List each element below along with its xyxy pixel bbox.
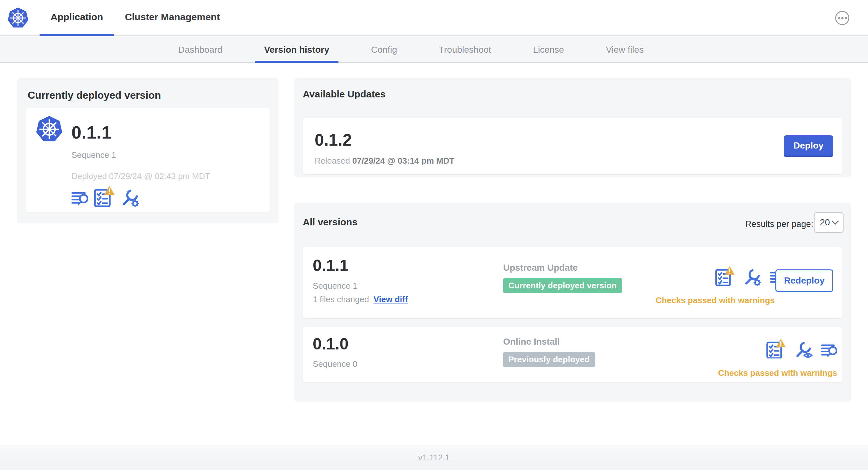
all-versions-panel: All versions Results per page: 20 0.1.1 … [294, 203, 851, 402]
deployed-version-number: 0.1.1 [71, 122, 112, 143]
view-config-icon[interactable] [795, 340, 813, 359]
update-card: 0.1.2 Released 07/29/24 @ 03:14 pm MDT D… [303, 118, 842, 174]
version-row-0-1-0: 0.1.0 Sequence 0 Online Install Previous… [303, 327, 842, 382]
edit-config-icon[interactable] [121, 188, 140, 207]
available-updates-panel: Available Updates 0.1.2 Released 07/29/2… [294, 78, 851, 177]
row-source: Online Install [503, 337, 560, 347]
row-sequence: Sequence 1 [313, 281, 358, 291]
app-subnav: Dashboard Version history Config Trouble… [0, 37, 868, 63]
available-updates-title: Available Updates [303, 89, 385, 100]
view-diff-link[interactable]: View diff [374, 295, 408, 304]
view-logs-icon[interactable] [821, 342, 837, 359]
update-version-number: 0.1.2 [315, 130, 352, 149]
chevron-down-icon [831, 217, 839, 225]
results-per-page-select[interactable]: 20 [814, 212, 843, 233]
redeploy-button[interactable]: Redeploy [775, 269, 833, 292]
tab-cluster-management[interactable]: Cluster Management [114, 0, 231, 36]
version-row-0-1-1: 0.1.1 Sequence 1 1 files changedView dif… [303, 247, 842, 318]
edit-config-icon[interactable] [743, 268, 762, 286]
console-version: v1.112.1 [418, 452, 450, 463]
tab-view-files[interactable]: View files [596, 37, 653, 63]
currently-deployed-badge: Currently deployed version [503, 278, 622, 293]
tab-version-history[interactable]: Version history [255, 37, 338, 63]
ellipsis-icon [838, 17, 840, 19]
deployed-sequence: Sequence 1 [71, 150, 116, 160]
kubernetes-app-icon [35, 115, 63, 143]
tab-license[interactable]: License [524, 37, 574, 63]
tab-config[interactable]: Config [362, 37, 406, 63]
update-released-line: Released 07/29/24 @ 03:14 pm MDT [315, 156, 454, 166]
view-logs-icon[interactable] [71, 190, 88, 207]
results-per-page-label: Results per page: [745, 219, 813, 229]
tab-dashboard[interactable]: Dashboard [169, 37, 231, 63]
tab-application[interactable]: Application [39, 0, 114, 36]
header-tabs: Application Cluster Management [39, 0, 231, 36]
row-version-number: 0.1.1 [313, 256, 348, 275]
checks-status-text: Checks passed with warnings [718, 368, 837, 378]
currently-deployed-card: 0.1.1 Sequence 1 Deployed 07/29/24 @ 02:… [26, 108, 270, 212]
preflight-checks-warning-icon[interactable] [715, 266, 735, 286]
app-header: Application Cluster Management [0, 0, 868, 36]
currently-deployed-title: Currently deployed version [28, 89, 161, 101]
row-source: Upstream Update [503, 263, 578, 273]
app-footer: v1.112.1 [0, 445, 868, 470]
preflight-checks-warning-icon[interactable] [766, 338, 786, 359]
preflight-checks-warning-icon[interactable] [94, 186, 115, 207]
currently-deployed-panel: Currently deployed version 0.1.1 Sequenc… [17, 78, 279, 224]
row-version-number: 0.1.0 [313, 335, 348, 353]
previously-deployed-badge: Previously deployed [503, 352, 595, 367]
deploy-button[interactable]: Deploy [784, 135, 833, 157]
all-versions-title: All versions [303, 217, 358, 228]
tab-troubleshoot[interactable]: Troubleshoot [430, 37, 500, 63]
deployed-timestamp: Deployed 07/29/24 @ 02:43 pm MDT [71, 171, 210, 181]
row-sequence: Sequence 0 [313, 359, 358, 369]
more-options-button[interactable] [835, 11, 849, 25]
kubernetes-logo-icon [7, 7, 29, 29]
row-files-changed: 1 files changedView diff [313, 295, 408, 304]
checks-status-text: Checks passed with warnings [656, 296, 775, 305]
